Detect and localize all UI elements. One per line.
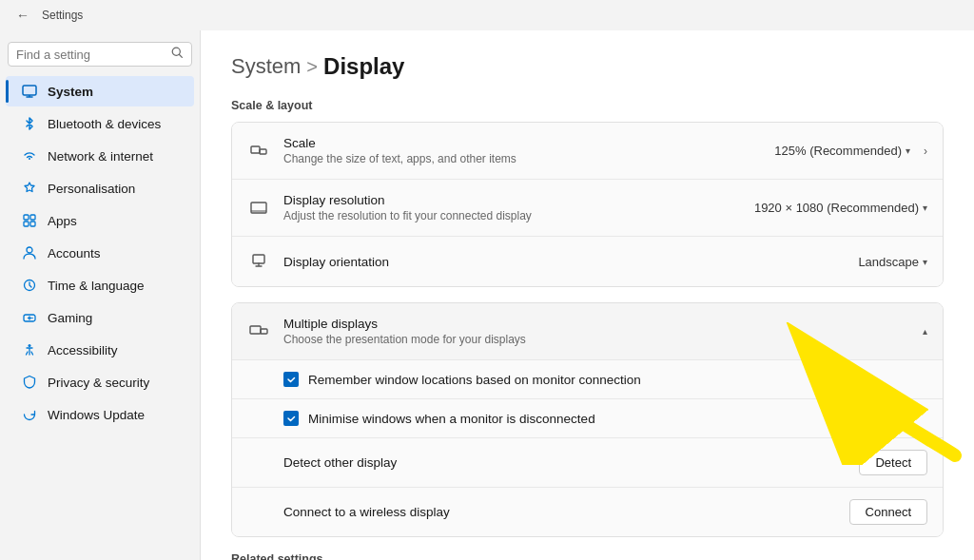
sidebar-item-privacy[interactable]: Privacy & security bbox=[6, 367, 194, 397]
scale-chevron-right: › bbox=[924, 145, 927, 158]
multiple-displays-text: Multiple displays Choose the presentatio… bbox=[283, 317, 909, 346]
connect-label: Connect to a wireless display bbox=[283, 505, 849, 519]
svg-rect-6 bbox=[30, 215, 35, 220]
resolution-icon bbox=[247, 197, 270, 220]
resolution-value[interactable]: 1920 × 1080 (Recommended) ▾ bbox=[754, 201, 927, 215]
sidebar-label-privacy: Privacy & security bbox=[48, 376, 149, 390]
orientation-value[interactable]: Landscape ▾ bbox=[858, 255, 927, 269]
sidebar-item-update[interactable]: Windows Update bbox=[6, 399, 194, 430]
orientation-row[interactable]: Display orientation Landscape ▾ bbox=[232, 237, 943, 286]
titlebar: ← Settings bbox=[0, 0, 974, 30]
sidebar-label-accounts: Accounts bbox=[48, 246, 101, 261]
detect-button[interactable]: Detect bbox=[859, 450, 927, 475]
sidebar-label-personalisation: Personalisation bbox=[48, 182, 135, 196]
checkbox-row-1[interactable]: Remember window locations based on monit… bbox=[232, 360, 943, 399]
search-box[interactable] bbox=[8, 42, 192, 67]
checkbox-label-1: Remember window locations based on monit… bbox=[308, 373, 641, 387]
svg-point-9 bbox=[27, 247, 32, 253]
sidebar-label-system: System bbox=[48, 85, 93, 99]
sidebar-item-bluetooth[interactable]: Bluetooth & devices bbox=[6, 108, 194, 139]
connect-button[interactable]: Connect bbox=[849, 499, 927, 525]
breadcrumb-separator: > bbox=[306, 56, 318, 78]
svg-point-14 bbox=[31, 318, 33, 319]
checkbox-1[interactable] bbox=[283, 372, 299, 387]
sidebar-label-network: Network & internet bbox=[48, 149, 153, 164]
svg-rect-22 bbox=[261, 329, 267, 334]
svg-rect-7 bbox=[24, 222, 29, 226]
connect-row: Connect to a wireless display Connect bbox=[232, 488, 943, 536]
update-icon bbox=[21, 406, 38, 423]
multiple-displays-chevron-up: ▴ bbox=[923, 326, 927, 337]
related-settings-title: Related settings bbox=[231, 552, 944, 560]
sidebar-item-accessibility[interactable]: Accessibility bbox=[6, 335, 194, 365]
svg-point-15 bbox=[29, 344, 31, 347]
scale-layout-group: Scale Change the size of text, apps, and… bbox=[231, 122, 944, 287]
content-area: System > Display Scale & layout Scale Ch… bbox=[200, 30, 974, 560]
resolution-chevron-down: ▾ bbox=[923, 203, 927, 213]
svg-rect-5 bbox=[24, 215, 29, 220]
time-icon bbox=[21, 277, 38, 294]
multiple-displays-title: Multiple displays bbox=[283, 317, 909, 331]
page-header: System > Display bbox=[231, 53, 944, 80]
detect-row: Detect other display Detect bbox=[232, 438, 943, 488]
svg-rect-17 bbox=[260, 149, 266, 154]
scale-text: Scale Change the size of text, apps, and… bbox=[283, 136, 761, 165]
svg-rect-20 bbox=[253, 255, 264, 263]
orientation-title: Display orientation bbox=[283, 255, 845, 269]
titlebar-title: Settings bbox=[42, 9, 83, 22]
svg-rect-8 bbox=[30, 222, 35, 226]
resolution-desc: Adjust the resolution to fit your connec… bbox=[283, 209, 741, 222]
resolution-title: Display resolution bbox=[283, 193, 741, 207]
personalisation-icon bbox=[21, 180, 38, 197]
section-title-scale: Scale & layout bbox=[231, 99, 944, 112]
search-icon bbox=[171, 47, 184, 62]
checkbox-2[interactable] bbox=[283, 411, 299, 426]
scale-title: Scale bbox=[283, 136, 761, 150]
scale-chevron-down: ▾ bbox=[906, 145, 910, 156]
multiple-displays-desc: Choose the presentation mode for your di… bbox=[283, 333, 909, 346]
sidebar-item-time[interactable]: Time & language bbox=[6, 270, 194, 300]
sidebar-item-gaming[interactable]: Gaming bbox=[6, 302, 194, 333]
network-icon bbox=[21, 147, 38, 164]
bluetooth-icon bbox=[21, 115, 38, 132]
scale-row[interactable]: Scale Change the size of text, apps, and… bbox=[232, 123, 943, 180]
resolution-row[interactable]: Display resolution Adjust the resolution… bbox=[232, 180, 943, 237]
svg-line-1 bbox=[180, 55, 183, 58]
sidebar-item-personalisation[interactable]: Personalisation bbox=[6, 173, 194, 203]
breadcrumb: System bbox=[231, 54, 301, 79]
accounts-icon bbox=[21, 244, 38, 261]
sidebar-item-accounts[interactable]: Accounts bbox=[6, 238, 194, 268]
sidebar-label-gaming: Gaming bbox=[48, 311, 92, 325]
multiple-displays-row[interactable]: Multiple displays Choose the presentatio… bbox=[232, 303, 943, 360]
multiple-displays-icon bbox=[247, 320, 270, 343]
orientation-text: Display orientation bbox=[283, 255, 845, 269]
back-button[interactable]: ← bbox=[11, 4, 34, 27]
sidebar-label-apps: Apps bbox=[48, 214, 77, 228]
sidebar-item-network[interactable]: Network & internet bbox=[6, 141, 194, 171]
svg-rect-2 bbox=[23, 86, 36, 95]
orientation-icon bbox=[247, 250, 270, 273]
scale-desc: Change the size of text, apps, and other… bbox=[283, 152, 761, 165]
apps-icon bbox=[21, 212, 38, 229]
sidebar-item-system[interactable]: System bbox=[6, 76, 194, 106]
main-layout: System Bluetooth & devices Network & int… bbox=[0, 30, 974, 560]
sidebar-item-apps[interactable]: Apps bbox=[6, 205, 194, 236]
sidebar-label-bluetooth: Bluetooth & devices bbox=[48, 117, 161, 131]
page-title: Display bbox=[323, 53, 404, 80]
sidebar: System Bluetooth & devices Network & int… bbox=[0, 30, 200, 560]
accessibility-icon bbox=[21, 341, 38, 358]
search-input[interactable] bbox=[16, 48, 166, 62]
multiple-displays-group: Multiple displays Choose the presentatio… bbox=[231, 302, 944, 537]
scale-value[interactable]: 125% (Recommended) ▾ bbox=[774, 144, 910, 158]
system-icon bbox=[21, 83, 38, 100]
resolution-text: Display resolution Adjust the resolution… bbox=[283, 193, 741, 222]
scale-icon bbox=[247, 140, 270, 163]
sidebar-label-time: Time & language bbox=[48, 279, 145, 293]
sidebar-label-update: Windows Update bbox=[48, 408, 145, 422]
orientation-chevron-down: ▾ bbox=[923, 257, 927, 267]
checkbox-label-2: Minimise windows when a monitor is disco… bbox=[308, 412, 595, 426]
svg-rect-16 bbox=[251, 146, 260, 153]
checkbox-row-2[interactable]: Minimise windows when a monitor is disco… bbox=[232, 399, 943, 438]
detect-label: Detect other display bbox=[283, 455, 859, 470]
sidebar-label-accessibility: Accessibility bbox=[48, 343, 118, 357]
